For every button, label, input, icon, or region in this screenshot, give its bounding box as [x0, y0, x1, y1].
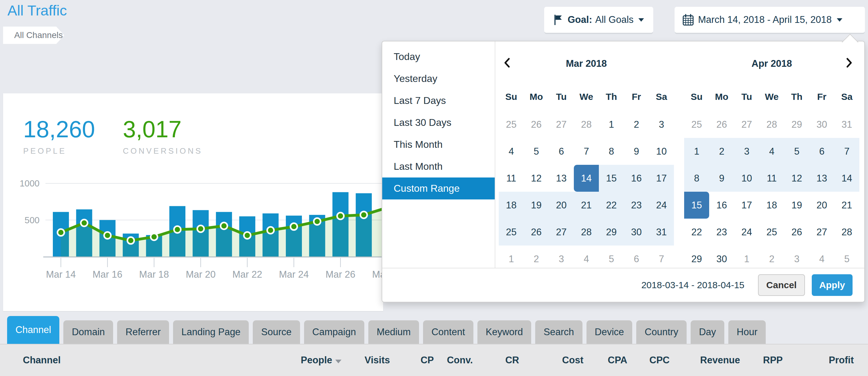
column-header-visits[interactable]: Visits — [341, 355, 390, 366]
apply-button[interactable]: Apply — [812, 274, 852, 296]
day-cell[interactable]: 18 — [759, 192, 784, 219]
day-cell[interactable]: 30 — [624, 219, 649, 245]
day-cell[interactable]: 30 — [809, 111, 834, 138]
day-cell[interactable]: 11 — [499, 165, 524, 192]
tab-device[interactable]: Device — [587, 320, 632, 344]
day-cell[interactable]: 8 — [599, 138, 624, 165]
day-cell[interactable]: 18 — [499, 192, 524, 219]
day-cell[interactable]: 2 — [624, 111, 649, 138]
day-cell[interactable]: 6 — [809, 138, 834, 165]
day-cell[interactable]: 11 — [759, 165, 784, 192]
day-cell[interactable]: 23 — [624, 192, 649, 219]
day-cell[interactable]: 21 — [574, 192, 599, 219]
day-cell[interactable]: 5 — [524, 138, 549, 165]
day-cell[interactable]: 15 — [599, 165, 624, 192]
column-header-cr[interactable]: CR — [473, 355, 519, 366]
cancel-button[interactable]: Cancel — [758, 274, 805, 296]
day-cell[interactable]: 9 — [624, 138, 649, 165]
preset-last-30-days[interactable]: Last 30 Days — [382, 112, 495, 134]
day-cell[interactable]: 26 — [709, 111, 734, 138]
day-cell[interactable]: 25 — [759, 219, 784, 245]
tab-campaign[interactable]: Campaign — [304, 320, 364, 344]
day-cell[interactable]: 1 — [599, 111, 624, 138]
tab-search[interactable]: Search — [535, 320, 582, 344]
tab-channel[interactable]: Channel — [7, 316, 59, 344]
column-header-cost[interactable]: Cost — [519, 355, 583, 366]
day-cell[interactable]: 29 — [784, 111, 809, 138]
date-range-button[interactable]: March 14, 2018 - April 15, 2018 — [675, 7, 865, 33]
day-cell[interactable]: 8 — [684, 165, 709, 192]
day-cell[interactable]: 27 — [549, 219, 574, 245]
day-cell[interactable]: 13 — [809, 165, 834, 192]
column-header-people[interactable]: People — [264, 355, 341, 366]
column-header-cpc[interactable]: CPC — [627, 355, 670, 366]
day-cell[interactable]: 28 — [834, 219, 859, 245]
day-cell[interactable]: 1 — [684, 138, 709, 165]
day-cell[interactable]: 22 — [684, 219, 709, 245]
preset-custom-range[interactable]: Custom Range — [382, 177, 495, 199]
day-cell[interactable]: 22 — [599, 192, 624, 219]
day-cell[interactable]: 9 — [709, 165, 734, 192]
breadcrumb[interactable]: All Channels — [3, 27, 64, 44]
preset-today[interactable]: Today — [382, 46, 495, 68]
day-cell[interactable]: 13 — [549, 165, 574, 192]
day-cell[interactable]: 27 — [549, 111, 574, 138]
day-cell[interactable]: 21 — [834, 192, 859, 219]
day-cell[interactable]: 24 — [649, 192, 674, 219]
column-header-rpp[interactable]: RPP — [740, 355, 783, 366]
day-cell[interactable]: 20 — [809, 192, 834, 219]
day-cell[interactable]: 4 — [759, 138, 784, 165]
tab-country[interactable]: Country — [636, 320, 687, 344]
preset-last-month[interactable]: Last Month — [382, 155, 495, 177]
day-cell[interactable]: 3 — [734, 138, 759, 165]
column-header-profit[interactable]: Profit — [783, 355, 854, 366]
goal-dropdown-button[interactable]: Goal: All Goals — [544, 7, 653, 33]
column-header-revenue[interactable]: Revenue — [670, 355, 740, 366]
day-cell[interactable]: 27 — [734, 111, 759, 138]
day-cell[interactable]: 14 — [834, 165, 859, 192]
day-cell[interactable]: 16 — [624, 165, 649, 192]
column-header-conv[interactable]: Conv. — [434, 355, 473, 366]
day-cell[interactable]: 24 — [734, 219, 759, 245]
day-cell[interactable]: 28 — [759, 111, 784, 138]
day-cell[interactable]: 10 — [649, 138, 674, 165]
day-cell[interactable]: 31 — [649, 219, 674, 245]
tab-domain[interactable]: Domain — [63, 320, 113, 344]
tab-referrer[interactable]: Referrer — [117, 320, 169, 344]
preset-last-7-days[interactable]: Last 7 Days — [382, 90, 495, 112]
day-cell[interactable]: 31 — [834, 111, 859, 138]
day-cell[interactable]: 26 — [524, 219, 549, 245]
day-cell[interactable]: 23 — [709, 219, 734, 245]
day-cell[interactable]: 19 — [524, 192, 549, 219]
tab-hour[interactable]: Hour — [728, 320, 766, 344]
day-cell[interactable]: 12 — [524, 165, 549, 192]
day-cell[interactable]: 27 — [809, 219, 834, 245]
tab-content[interactable]: Content — [423, 320, 473, 344]
tab-day[interactable]: Day — [691, 320, 724, 344]
day-cell[interactable]: 15 — [684, 192, 709, 219]
day-cell[interactable]: 14 — [574, 165, 599, 192]
day-cell[interactable]: 7 — [834, 138, 859, 165]
day-cell[interactable]: 3 — [649, 111, 674, 138]
day-cell[interactable]: 5 — [784, 138, 809, 165]
tab-medium[interactable]: Medium — [368, 320, 419, 344]
day-cell[interactable]: 10 — [734, 165, 759, 192]
column-header-channel[interactable]: Channel — [0, 355, 264, 366]
day-cell[interactable]: 12 — [784, 165, 809, 192]
day-cell[interactable]: 26 — [784, 219, 809, 245]
day-cell[interactable]: 25 — [684, 111, 709, 138]
day-cell[interactable]: 28 — [574, 111, 599, 138]
column-header-cpa[interactable]: CPA — [583, 355, 627, 366]
day-cell[interactable]: 4 — [499, 138, 524, 165]
day-cell[interactable]: 25 — [499, 219, 524, 245]
day-cell[interactable]: 26 — [524, 111, 549, 138]
column-header-cp[interactable]: CP — [390, 355, 434, 366]
preset-this-month[interactable]: This Month — [382, 134, 495, 155]
day-cell[interactable]: 28 — [574, 219, 599, 245]
preset-yesterday[interactable]: Yesterday — [382, 68, 495, 90]
day-cell[interactable]: 19 — [784, 192, 809, 219]
day-cell[interactable]: 7 — [574, 138, 599, 165]
day-cell[interactable]: 2 — [709, 138, 734, 165]
tab-landing-page[interactable]: Landing Page — [173, 320, 249, 344]
tab-keyword[interactable]: Keyword — [477, 320, 531, 344]
